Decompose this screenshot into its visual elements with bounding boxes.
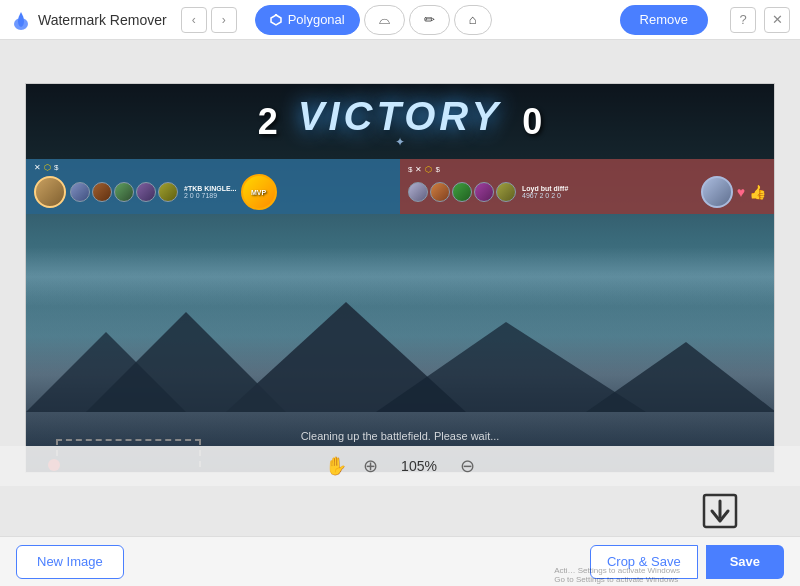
svg-marker-1: [271, 15, 281, 25]
dollar-icon-right2: $: [435, 165, 439, 174]
char-icon-1: [70, 182, 90, 202]
char-icon-2: [92, 182, 112, 202]
score-section: 2 VICTORY ✦ 0: [258, 94, 542, 149]
team-icons-left: [70, 182, 178, 202]
char-icon-r1: [408, 182, 428, 202]
game-image: 2 VICTORY ✦ 0 ✕: [25, 83, 775, 473]
score-right: 0: [522, 101, 542, 143]
mountain-svg: [26, 292, 775, 412]
help-button[interactable]: ?: [730, 7, 756, 33]
thumbs-up-icon: 👍: [749, 184, 766, 200]
titlebar: Watermark Remover ‹ › Polygonal ⌓ ✏ ⌂ Re…: [0, 0, 800, 40]
back-button[interactable]: ‹: [181, 7, 207, 33]
zoom-bar: ✋ ⊕ 105% ⊖: [0, 446, 800, 486]
dollar-icon-right: $: [408, 165, 412, 174]
zoom-out-icon[interactable]: ⊖: [460, 455, 475, 477]
brush-tool-button[interactable]: ✏: [409, 5, 450, 35]
nav-buttons: ‹ ›: [181, 7, 237, 33]
polygonal-icon: [270, 14, 282, 26]
hand-tool-icon[interactable]: ✋: [325, 455, 347, 477]
char-icon-3: [114, 182, 134, 202]
teams-row: ✕ ⬡ $: [26, 159, 774, 214]
player-avatar-right: [701, 176, 733, 208]
bottom-bar: New Image Acti… Settings to activate Win…: [0, 536, 800, 586]
zoom-in-icon[interactable]: ⊕: [363, 455, 378, 477]
tool-buttons: Polygonal ⌓ ✏ ⌂: [255, 5, 492, 35]
star-decoration: ✦: [395, 135, 405, 149]
player-avatar-left: [34, 176, 66, 208]
mountain-area: [26, 292, 774, 412]
game-header: 2 VICTORY ✦ 0: [26, 84, 774, 159]
score-left: 2: [258, 101, 278, 143]
char-icon-4: [136, 182, 156, 202]
mvp-badge: MVP: [241, 174, 277, 210]
player-name-left: #TKB KINGLE...: [184, 185, 237, 192]
char-icon-r3: [452, 182, 472, 202]
victory-text: VICTORY: [298, 94, 502, 139]
char-icon-5: [158, 182, 178, 202]
team-right: $ ✕ ⬡ $: [400, 159, 774, 214]
char-icon-r2: [430, 182, 450, 202]
remove-button[interactable]: Remove: [620, 5, 708, 35]
dollar-icon-left: $: [54, 163, 58, 172]
erase-tool-button[interactable]: ⌂: [454, 5, 492, 35]
player-stats-left: 2 0 0 7189: [184, 192, 237, 199]
close-button[interactable]: ✕: [764, 7, 790, 33]
brush-icon: ✏: [424, 12, 435, 27]
lasso-tool-button[interactable]: ⌓: [364, 5, 405, 35]
zoom-level: 105%: [394, 458, 444, 474]
heart-icon: ♥: [737, 184, 745, 200]
lasso-icon: ⌓: [379, 11, 390, 28]
save-button[interactable]: Save: [706, 545, 784, 579]
image-container: 2 VICTORY ✦ 0 ✕: [25, 83, 775, 473]
coin-icon-left: ⬡: [44, 163, 51, 172]
char-icon-r4: [474, 182, 494, 202]
erase-icon: ⌂: [469, 12, 477, 27]
app-title: Watermark Remover: [38, 12, 167, 28]
app-logo-icon: [10, 9, 32, 31]
forward-button[interactable]: ›: [211, 7, 237, 33]
battlefield-text: Cleaning up the battlefield. Please wait…: [301, 430, 500, 442]
coin-icon-right: ⬡: [425, 165, 432, 174]
game-background: 2 VICTORY ✦ 0 ✕: [26, 84, 774, 472]
char-icon-r5: [496, 182, 516, 202]
canvas-area: 2 VICTORY ✦ 0 ✕: [0, 40, 800, 536]
new-image-button[interactable]: New Image: [16, 545, 124, 579]
team-left: ✕ ⬡ $: [26, 159, 400, 214]
svg-marker-7: [586, 342, 775, 412]
x-icon-right1: ✕: [415, 165, 422, 174]
player-name-right: Loyd but diff#: [522, 185, 568, 192]
windows-activate: Acti… Settings to activate Windows Go to…: [554, 566, 680, 584]
player-stats-right: 4967 2 0 2 0: [522, 192, 568, 199]
app-logo: Watermark Remover: [10, 9, 167, 31]
x-icon-left1: ✕: [34, 163, 41, 172]
team-icons-right: [408, 182, 516, 202]
help-close-area: ? ✕: [726, 7, 790, 33]
polygonal-tool-button[interactable]: Polygonal: [255, 5, 360, 35]
